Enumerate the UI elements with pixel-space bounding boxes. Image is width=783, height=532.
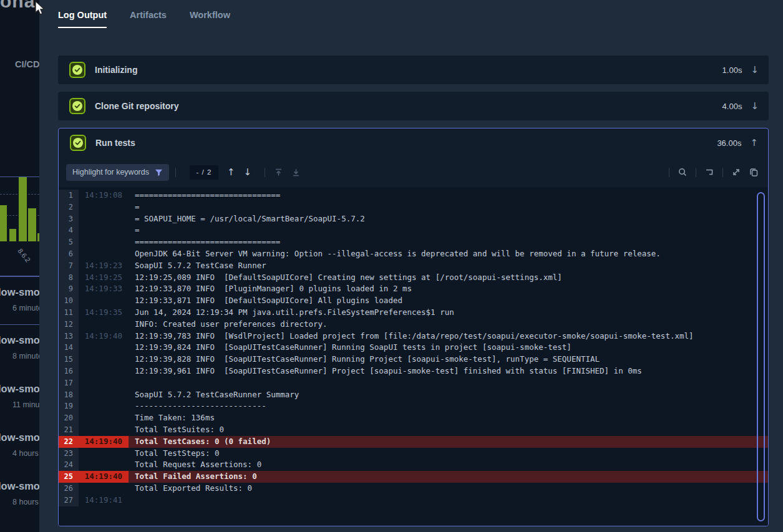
toolbar-separator — [265, 168, 265, 177]
log-line-number[interactable]: 1 — [59, 190, 79, 201]
step-initializing[interactable]: Initializing 1.00s ↓ — [58, 56, 769, 84]
log-timestamp: 14:19:40 — [79, 436, 129, 448]
log-line: 2714:19:41 — [59, 495, 768, 506]
log-line-number[interactable]: 14 — [59, 342, 79, 354]
chart-bar — [0, 205, 7, 241]
log-text: INFO: Created user preferences directory… — [129, 319, 768, 331]
log-text — [129, 377, 768, 389]
log-line: 5=============================== — [59, 236, 768, 248]
log-line-number[interactable]: 11 — [59, 307, 79, 319]
log-line: 21Total TestSuites: 0 — [59, 424, 768, 436]
step-clone-git-repository[interactable]: Clone Git repository 4.00s ↓ — [58, 92, 769, 120]
scroll-to-bottom-icon[interactable] — [289, 165, 303, 179]
log-viewer: 114:19:08===============================… — [59, 187, 768, 526]
log-line: 4= — [59, 225, 768, 236]
log-line-number[interactable]: 22 — [59, 436, 79, 448]
tab-workflow[interactable]: Workflow — [190, 10, 230, 28]
collapse-arrow-icon[interactable]: ↑ — [750, 137, 758, 148]
log-line-number[interactable]: 26 — [59, 483, 79, 495]
log-line-number[interactable]: 5 — [59, 236, 79, 248]
execution-time: 4 hours ago — [12, 449, 39, 458]
log-line-number[interactable]: 8 — [59, 272, 79, 284]
log-line-number[interactable]: 18 — [59, 389, 79, 401]
log-line: 114:19:08=============================== — [59, 190, 768, 201]
log-text: 12:19:25,089 INFO [DefaultSoapUICore] Cr… — [129, 272, 768, 284]
log-line-error: 2214:19:40Total TestCases: 0 (0 failed) — [59, 436, 768, 448]
log-output-page: Log Output Artifacts Workflow Initializi… — [39, 0, 783, 532]
log-line-number[interactable]: 15 — [59, 354, 79, 365]
execution-time: 8 hours ago — [12, 498, 39, 506]
log-line-number[interactable]: 20 — [59, 412, 79, 424]
log-line: 17 — [59, 377, 768, 389]
step-label: Initializing — [95, 65, 137, 75]
previous-match-button[interactable]: ↑ — [227, 167, 235, 178]
execution-time: 6 minutes a — [12, 304, 39, 312]
log-line-number[interactable]: 6 — [59, 248, 79, 260]
expand-fullscreen-icon[interactable] — [729, 165, 743, 179]
log-line: 3= SOAPUI_HOME = /usr/local/SmartBear/So… — [59, 213, 768, 225]
log-line: 1412:19:39,824 INFO [SoapUITestCaseRunne… — [59, 342, 768, 354]
log-timestamp — [79, 424, 129, 436]
log-line: 12INFO: Created user preferences directo… — [59, 319, 768, 331]
copy-logs-icon[interactable] — [747, 165, 761, 179]
scroll-to-top-icon[interactable] — [271, 165, 285, 179]
log-line-number[interactable]: 13 — [59, 331, 79, 342]
log-timestamp — [79, 342, 129, 354]
log-line-number[interactable]: 23 — [59, 448, 79, 460]
log-line-number[interactable]: 17 — [59, 377, 79, 389]
log-text: Total Exported Results: 0 — [129, 483, 768, 495]
expand-arrow-icon[interactable]: ↓ — [751, 64, 759, 75]
log-line-number[interactable]: 4 — [59, 225, 79, 236]
wrap-lines-icon[interactable] — [703, 165, 716, 179]
log-line: 1314:19:4012:19:39,783 INFO [WsdlProject… — [59, 331, 768, 342]
execution-list-item[interactable]: low-smok4 hours ago — [0, 422, 39, 471]
log-timestamp — [79, 319, 129, 331]
log-line-number[interactable]: 7 — [59, 260, 79, 272]
execution-list-item[interactable]: low-smok8 hours ago — [0, 471, 39, 520]
log-text: 12:19:39,828 INFO [SoapUITestCaseRunner]… — [129, 354, 768, 365]
toolbar-separator — [669, 168, 669, 177]
log-line-number[interactable]: 2 — [59, 201, 79, 213]
step-label: Clone Git repository — [95, 101, 179, 111]
log-line-number[interactable]: 3 — [59, 213, 79, 225]
success-check-icon — [69, 62, 85, 78]
log-line-number[interactable]: 25 — [59, 471, 79, 483]
keyword-highlight-input[interactable]: Highlight for keywords — [66, 164, 169, 181]
execution-list-item[interactable]: low-smok6 minutes a — [0, 276, 39, 325]
step-run-tests-header[interactable]: Run tests 36.00s ↑ — [59, 128, 768, 157]
log-text: 12:19:39,783 INFO [WsdlProject] Loaded p… — [129, 331, 768, 342]
log-timestamp — [79, 248, 129, 260]
log-scrollbar-thumb[interactable] — [757, 192, 765, 521]
log-line-number[interactable]: 21 — [59, 424, 79, 436]
log-line: 26Total Exported Results: 0 — [59, 483, 768, 495]
log-line-number[interactable]: 10 — [59, 295, 79, 307]
log-line-number[interactable]: 19 — [59, 400, 79, 412]
next-match-button[interactable]: ↓ — [244, 167, 252, 178]
log-line-number[interactable]: 16 — [59, 365, 79, 377]
log-line: 24Total Request Assertions: 0 — [59, 459, 768, 471]
log-line-number[interactable]: 24 — [59, 459, 79, 471]
log-timestamp: 14:19:41 — [79, 495, 129, 506]
log-line-number[interactable]: 9 — [59, 283, 79, 295]
log-line-number[interactable]: 12 — [59, 319, 79, 331]
log-text: Total TestCases: 0 (0 failed) — [129, 436, 768, 448]
log-timestamp: 14:19:25 — [79, 272, 129, 284]
execution-list-item[interactable]: low-smok8 minutes a — [0, 325, 39, 374]
log-line: 914:19:3312:19:33,870 INFO [PluginManage… — [59, 283, 768, 295]
log-line: 20Time Taken: 136ms — [59, 412, 768, 424]
log-line-number[interactable]: 27 — [59, 495, 79, 506]
log-timestamp — [79, 448, 129, 460]
log-text: =============================== — [129, 236, 768, 248]
tab-log-output[interactable]: Log Output — [58, 10, 107, 28]
toolbar-separator — [696, 168, 696, 177]
toolbar-separator — [175, 168, 176, 177]
log-line: 18SoapUI 5.7.2 TestCaseRunner Summary — [59, 389, 768, 401]
expand-arrow-icon[interactable]: ↓ — [751, 100, 759, 112]
execution-list: low-smok6 minutes alow-smok8 minutes alo… — [0, 276, 39, 532]
chart-bar — [9, 229, 16, 241]
tab-artifacts[interactable]: Artifacts — [130, 10, 167, 28]
execution-list-item[interactable]: low-smok11 minutes — [0, 374, 39, 422]
step-duration: 1.00s — [722, 65, 742, 75]
search-icon[interactable] — [676, 165, 689, 179]
chart-bar — [28, 208, 36, 241]
